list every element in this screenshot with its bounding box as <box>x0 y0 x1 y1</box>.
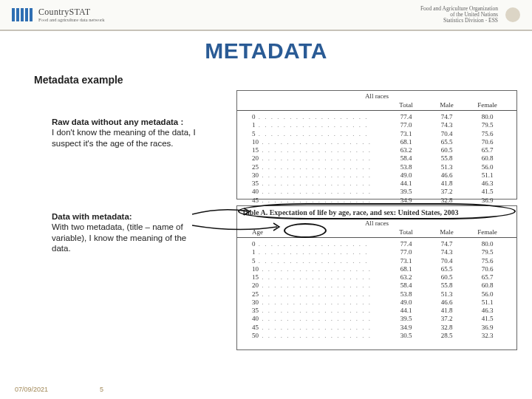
cell-male: 37.2 <box>426 188 467 196</box>
table-row: 35 . . . . . . . . . . . . . . . . . . 4… <box>252 307 508 315</box>
page-subtitle: Metadata example <box>34 74 532 86</box>
cell-age: 0 . . . . . . . . . . . . . . . . . . <box>252 113 386 121</box>
cell-male: 70.4 <box>426 130 467 138</box>
cell-female: 75.6 <box>467 130 508 138</box>
cell-total: 63.2 <box>386 273 426 282</box>
cell-total: 49.0 <box>386 299 426 307</box>
cell-male: 60.5 <box>426 273 467 282</box>
cell-total: 53.8 <box>386 290 426 299</box>
cell-male: 65.5 <box>426 138 467 146</box>
cell-female: 65.7 <box>467 273 508 282</box>
cell-total: 63.2 <box>386 146 426 154</box>
cell-female: 65.7 <box>467 146 508 154</box>
cell-total: 77.4 <box>386 113 426 121</box>
cell-female: 41.5 <box>467 315 508 323</box>
brand-bars-icon <box>12 8 33 21</box>
org: Food and Agriculture Organization of the… <box>420 6 520 24</box>
cell-female: 60.8 <box>467 282 508 290</box>
cell-age: 5 . . . . . . . . . . . . . . . . . . <box>252 130 386 138</box>
cell-male: 55.8 <box>426 282 467 290</box>
table-row: 20 . . . . . . . . . . . . . . . . . . 5… <box>252 282 508 290</box>
cell-male: 74.3 <box>426 248 467 256</box>
table-no-metadata: All races Total Male Female 0 . . . . . … <box>236 90 517 200</box>
cell-age: 35 . . . . . . . . . . . . . . . . . . <box>252 307 386 315</box>
table-row: 25 . . . . . . . . . . . . . . . . . . 5… <box>252 163 508 171</box>
annotation-arrow-2 <box>192 219 281 234</box>
cell-female: 79.5 <box>467 248 508 256</box>
slide-header: CountrySTAT Food and agriculture data ne… <box>0 0 532 31</box>
cell-total: 53.8 <box>386 163 426 171</box>
cell-female: 79.5 <box>467 121 508 129</box>
cell-total: 77.4 <box>386 240 426 248</box>
cell-female: 70.6 <box>467 265 508 273</box>
table-row: 45 . . . . . . . . . . . . . . . . . . 3… <box>252 197 508 205</box>
cell-total: 68.1 <box>386 265 426 273</box>
cell-total: 30.5 <box>386 332 426 340</box>
table-row: 30 . . . . . . . . . . . . . . . . . . 4… <box>252 299 508 307</box>
table-row: 35 . . . . . . . . . . . . . . . . . . 4… <box>252 180 508 188</box>
cell-male: 51.3 <box>426 290 467 299</box>
cell-female: 46.3 <box>467 180 508 188</box>
cell-female: 75.6 <box>467 257 508 265</box>
cell-male: 37.2 <box>426 315 467 323</box>
footer-page: 5 <box>100 386 103 393</box>
cell-male: 41.8 <box>426 180 467 188</box>
cell-male: 60.5 <box>426 146 467 154</box>
cell-age: 15 . . . . . . . . . . . . . . . . . . <box>252 273 386 282</box>
cell-male: 32.8 <box>426 197 467 205</box>
org-text: Food and Agriculture Organization of the… <box>420 6 498 24</box>
cell-age: 40 . . . . . . . . . . . . . . . . . . <box>252 315 386 323</box>
cell-total: 58.4 <box>386 154 426 163</box>
cell-total: 77.0 <box>386 248 426 256</box>
table-row: 30 . . . . . . . . . . . . . . . . . . 4… <box>252 171 508 180</box>
cell-total: 58.4 <box>386 282 426 290</box>
cell-age: 5 . . . . . . . . . . . . . . . . . . <box>252 257 386 265</box>
cell-total: 44.1 <box>386 307 426 315</box>
cell-age: 30 . . . . . . . . . . . . . . . . . . <box>252 299 386 307</box>
col-total: Total <box>386 101 426 109</box>
col-total: Total <box>386 228 426 236</box>
org-line3: Statistics Division - ESS <box>420 18 498 24</box>
block-raw-heading: Raw data without any metadata : <box>52 117 200 127</box>
cell-age: 45 . . . . . . . . . . . . . . . . . . <box>252 197 386 205</box>
table-row: 15 . . . . . . . . . . . . . . . . . . 6… <box>252 146 508 154</box>
cell-male: 46.6 <box>426 171 467 180</box>
cell-total: 34.9 <box>386 197 426 205</box>
cell-female: 80.0 <box>467 240 508 248</box>
cell-total: 49.0 <box>386 171 426 180</box>
col-male: Male <box>426 101 467 109</box>
cell-age: 40 . . . . . . . . . . . . . . . . . . <box>252 188 386 196</box>
table-row: 5 . . . . . . . . . . . . . . . . . . 73… <box>252 130 508 138</box>
cell-male: 46.6 <box>426 299 467 307</box>
col-female: Female <box>467 228 508 236</box>
cell-female: 36.9 <box>467 197 508 205</box>
cell-male: 55.8 <box>426 154 467 163</box>
cell-total: 39.5 <box>386 188 426 196</box>
table-row: 45 . . . . . . . . . . . . . . . . . . 3… <box>252 324 508 332</box>
cell-female: 70.6 <box>467 138 508 146</box>
table-row: 15 . . . . . . . . . . . . . . . . . . 6… <box>252 273 508 282</box>
table-row: 10 . . . . . . . . . . . . . . . . . . 6… <box>252 265 508 273</box>
cell-age: 25 . . . . . . . . . . . . . . . . . . <box>252 290 386 299</box>
cell-total: 44.1 <box>386 180 426 188</box>
table2-title: Table A. Expectation of life by age, rac… <box>237 206 516 218</box>
cell-female: 36.9 <box>467 324 508 332</box>
table-row: 1 . . . . . . . . . . . . . . . . . . 77… <box>252 248 508 256</box>
cell-female: 46.3 <box>467 307 508 315</box>
cell-male: 74.3 <box>426 121 467 129</box>
cell-female: 60.8 <box>467 154 508 163</box>
table-row: 25 . . . . . . . . . . . . . . . . . . 5… <box>252 290 508 299</box>
table1-header: Total Male Female <box>237 101 516 111</box>
cell-female: 51.1 <box>467 299 508 307</box>
cell-age: 50 . . . . . . . . . . . . . . . . . . <box>252 332 386 340</box>
cell-age: 1 . . . . . . . . . . . . . . . . . . <box>252 121 386 129</box>
cell-total: 73.1 <box>386 257 426 265</box>
block-meta-body: With two metadata, (title – name of vari… <box>52 222 200 253</box>
cell-male: 32.8 <box>426 324 467 332</box>
table-row: 50 . . . . . . . . . . . . . . . . . . 3… <box>252 332 508 340</box>
cell-female: 56.0 <box>467 163 508 171</box>
cell-age: 1 . . . . . . . . . . . . . . . . . . <box>252 248 386 256</box>
cell-male: 41.8 <box>426 307 467 315</box>
cell-age: 30 . . . . . . . . . . . . . . . . . . <box>252 171 386 180</box>
table1-body: 0 . . . . . . . . . . . . . . . . . . 77… <box>237 111 516 215</box>
